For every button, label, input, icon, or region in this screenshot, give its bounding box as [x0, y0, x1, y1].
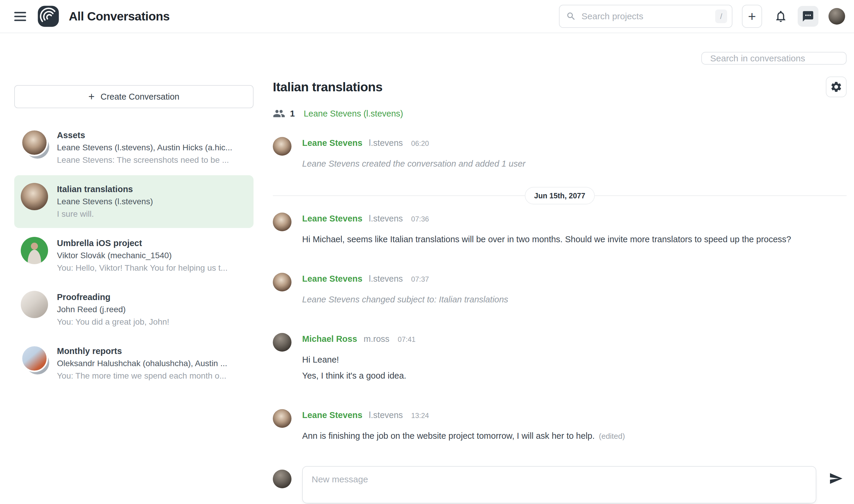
avatar: [273, 333, 291, 352]
conversation-participants: Leane Stevens (l.stevens), Austin Hicks …: [57, 141, 232, 154]
search-projects-input[interactable]: Search projects /: [559, 5, 732, 28]
conversation-item-proofreading[interactable]: Proofreading John Reed (j.reed) You: You…: [14, 283, 253, 336]
conversation-participants: Leane Stevens (l.stevens): [57, 195, 153, 208]
date-pill: Jun 15th, 2077: [524, 187, 594, 204]
message-text: Leane Stevens created the conversation a…: [302, 158, 847, 170]
message-sender[interactable]: Leane Stevens: [302, 138, 362, 148]
conversation-title: Italian translations: [57, 183, 153, 195]
app-logo-icon[interactable]: [37, 5, 59, 27]
message-username: m.ross: [363, 334, 389, 344]
participants-row: 1 Leane Stevens (l.stevens): [273, 107, 847, 120]
conversation-settings-button[interactable]: [826, 76, 847, 97]
avatar: [273, 409, 291, 428]
conversation-participants: John Reed (j.reed): [57, 303, 169, 316]
message-composer: [273, 466, 847, 503]
page-title: All Conversations: [69, 10, 170, 23]
message-sender[interactable]: Michael Ross: [302, 334, 357, 344]
conversation-title: Assets: [57, 129, 232, 141]
conversation-panel: Italian translations 1 Leane Stevens (l.…: [273, 33, 854, 503]
conversation-item-umbrella-ios-project[interactable]: Umbrella iOS project Viktor Slovák (mech…: [14, 229, 253, 282]
search-placeholder: Search projects: [582, 11, 715, 21]
message-time: 07:41: [398, 335, 415, 344]
conversation-title: Monthly reports: [57, 345, 227, 357]
bell-icon: [774, 10, 787, 23]
message-text: Leane Stevens changed subject to: Italia…: [302, 293, 847, 306]
composer-avatar: [273, 470, 291, 488]
conversations-button[interactable]: [798, 6, 818, 27]
conversation-participants: Oleksandr Halushchak (ohalushcha), Austi…: [57, 357, 227, 370]
avatar: [21, 129, 48, 156]
message-sender[interactable]: Leane Stevens: [302, 274, 362, 284]
send-button[interactable]: [829, 471, 843, 486]
message-username: l.stevens: [369, 410, 403, 420]
shortcut-badge: /: [715, 10, 727, 23]
people-icon: [273, 107, 285, 120]
avatar: [21, 183, 48, 210]
message: Leane Stevens l.stevens 07:36 Hi Michael…: [273, 213, 847, 246]
search-icon: [566, 11, 576, 21]
message-system: Leane Stevens l.stevens 07:37 Leane Stev…: [273, 273, 847, 306]
message-username: l.stevens: [369, 138, 403, 148]
conversation-preview: You: Hello, Viktor! Thank You for helpin…: [57, 262, 228, 274]
conversation-preview: You: You did a great job, John!: [57, 316, 169, 328]
conversation-sidebar: + Create Conversation Assets Leane Steve…: [0, 33, 253, 503]
message-text: Hi Michael, seems like Italian translati…: [302, 233, 847, 246]
chat-bubble-icon: [802, 10, 814, 22]
avatar: [21, 237, 48, 264]
message-username: l.stevens: [369, 274, 403, 284]
notifications-button[interactable]: [774, 10, 787, 23]
avatar: [21, 291, 48, 318]
conversation-item-italian-translations[interactable]: Italian translations Leane Stevens (l.st…: [14, 175, 253, 228]
participants-count: 1: [290, 109, 295, 119]
gear-icon: [830, 80, 842, 93]
message-time: 06:20: [411, 139, 429, 148]
avatar: [273, 273, 291, 291]
conversation-preview: I sure will.: [57, 208, 153, 220]
conversation-title: Umbrella iOS project: [57, 237, 228, 249]
avatar: [273, 213, 291, 231]
message-list: Leane Stevens l.stevens 06:20 Leane Stev…: [273, 137, 847, 442]
create-conversation-button[interactable]: + Create Conversation: [14, 85, 253, 108]
avatar: [273, 137, 291, 156]
message-sender[interactable]: Leane Stevens: [302, 410, 362, 420]
top-header: All Conversations Search projects / +: [0, 0, 854, 33]
conversation-item-monthly-reports[interactable]: Monthly reports Oleksandr Halushchak (oh…: [14, 337, 253, 390]
menu-icon[interactable]: [14, 12, 26, 21]
search-in-conversations-input[interactable]: [701, 52, 847, 65]
message: Leane Stevens l.stevens 13:24 Ann is fin…: [273, 409, 847, 442]
message-time: 07:37: [411, 275, 429, 284]
message-time: 13:24: [411, 412, 429, 420]
participant-link[interactable]: Leane Stevens (l.stevens): [304, 109, 403, 119]
add-button[interactable]: +: [742, 5, 762, 28]
conversation-preview: You: The more time we spend each month o…: [57, 370, 227, 382]
conversation-title: Proofreading: [57, 291, 169, 303]
message-time: 07:36: [411, 215, 429, 223]
message-text: Yes, I think it's a good idea.: [302, 370, 847, 382]
conversation-item-assets[interactable]: Assets Leane Stevens (l.stevens), Austin…: [14, 121, 253, 174]
conversation-preview: Leane Stevens: The screenshots need to b…: [57, 154, 232, 166]
edited-badge: (edited): [599, 432, 625, 440]
conversation-list: Assets Leane Stevens (l.stevens), Austin…: [14, 121, 253, 390]
send-icon: [829, 471, 843, 486]
message: Michael Ross m.ross 07:41 Hi Leane! Yes,…: [273, 333, 847, 382]
message-system: Leane Stevens l.stevens 06:20 Leane Stev…: [273, 137, 847, 170]
date-divider: Jun 15th, 2077: [273, 195, 847, 196]
user-avatar[interactable]: [829, 8, 845, 24]
message-sender[interactable]: Leane Stevens: [302, 214, 362, 223]
avatar: [21, 345, 48, 372]
plus-icon: +: [88, 91, 94, 102]
message-username: l.stevens: [369, 214, 403, 223]
message-text: Ann is finishing the job on the website …: [302, 430, 847, 442]
conversation-heading: Italian translations: [273, 80, 826, 94]
new-message-input[interactable]: [302, 466, 816, 503]
conversation-participants: Viktor Slovák (mechanic_1540): [57, 249, 228, 262]
message-text: Hi Leane!: [302, 354, 847, 366]
